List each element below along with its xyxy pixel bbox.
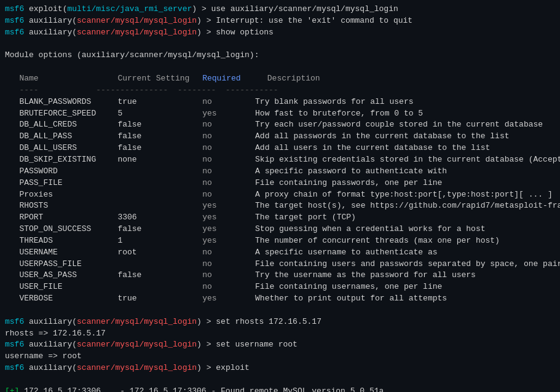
row-db-all-pass: DB_ALL_PASS false no Add all passwords i… [5,131,555,143]
row-stop-on-success: STOP_ON_SUCCESS false yes Stop guessing … [5,224,555,235]
line-set-rhosts: msf6 auxiliary(scanner/mysql/mysql_login… [5,316,555,328]
line-username-result: username => root [5,351,555,363]
line-blank3 [5,305,555,316]
line-2: msf6 auxiliary(scanner/mysql/mysql_login… [5,15,555,27]
line-rhosts-result: rhosts => 172.16.5.17 [5,328,555,340]
line-blank2 [5,61,555,73]
row-bruteforce-speed: BRUTEFORCE_SPEED5 yes How fast to brutef… [5,108,555,120]
row-user-file: USER_FILE no File containing usernames, … [5,281,555,293]
row-db-all-creds: DB_ALL_CREDS false no Try each user/pass… [5,119,555,131]
line-exploit: msf6 auxiliary(scanner/mysql/mysql_login… [5,363,555,374]
line-3: msf6 auxiliary(scanner/mysql/mysql_login… [5,27,555,39]
exploit-line-1: [+] 172.16.5.17:3306 - 172.16.5.17:3306 … [5,386,555,392]
table-header-row: Name Current Setting Required Descriptio… [5,73,555,85]
line-blank1 [5,39,555,50]
row-pass-file: PASS_FILE no File containing passwords, … [5,178,555,189]
table-separator: ---- --------------- -------- ----------… [5,85,555,96]
row-verbose: VERBOSE true yes Whether to print output… [5,293,555,305]
row-proxies: Proxies no A proxy chain of format type:… [5,189,555,201]
line-set-username: msf6 auxiliary(scanner/mysql/mysql_login… [5,339,555,351]
row-db-all-users: DB_ALL_USERS false no Add all users in t… [5,143,555,154]
row-blank-passwords: BLANK_PASSWORDS true no Try blank passwo… [5,96,555,108]
terminal: msf6 exploit(multi/misc/java_rmi_server)… [0,0,560,392]
row-password: PASSWORD no A specific password to authe… [5,166,555,178]
row-rhosts: RHOSTS yes The target host(s), see https… [5,200,555,212]
module-options-header: Module options (auxiliary/scanner/mysql/… [5,50,555,61]
line-1: msf6 exploit(multi/misc/java_rmi_server)… [5,4,555,15]
row-userpass-file: USERPASS_FILE no File containing users a… [5,259,555,270]
row-username: USERNAME root no A specific username to … [5,247,555,259]
row-threads: THREADS 1 yes The number of concurrent t… [5,235,555,247]
line-blank4 [5,374,555,386]
row-rport: RPORT 3306 yes The target port (TCP) [5,212,555,224]
row-db-skip-existing: DB_SKIP_EXISTINGnone no Skip existing cr… [5,154,555,166]
row-user-as-pass: USER_AS_PASS false no Try the username a… [5,270,555,281]
